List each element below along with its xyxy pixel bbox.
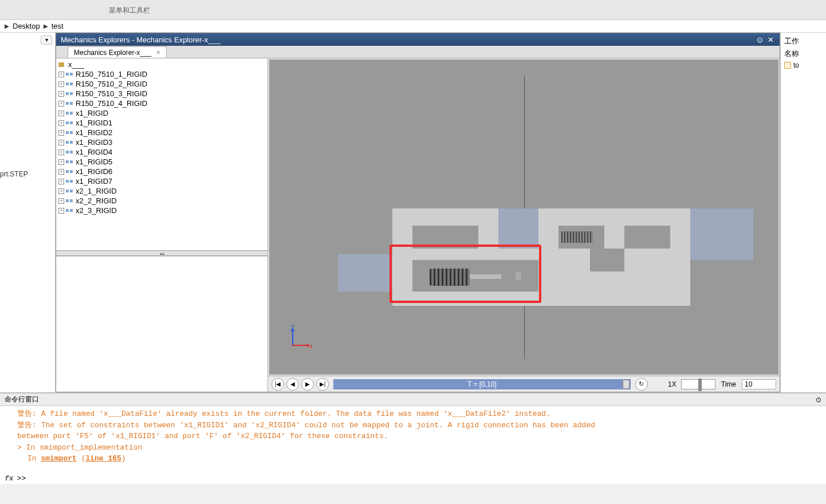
breadcrumb[interactable]: ▶ Desktop ▶ test <box>0 20 826 33</box>
speed-slider[interactable] <box>681 379 715 389</box>
smimport-link[interactable]: smimport <box>41 454 76 463</box>
viewport-column: z x |◀ ◀ ▶ ▶| T = [0,10] ↻ 1X T <box>268 58 780 392</box>
mechanism-model <box>338 208 750 306</box>
time-input[interactable] <box>742 379 776 389</box>
tree-item[interactable]: +x1_RIGID7 <box>56 176 268 186</box>
file-label[interactable]: prt.STEP <box>0 170 28 178</box>
dropdown-icon[interactable]: ▾ <box>41 36 52 45</box>
tree-item[interactable]: +R150_7510_3_RIGID <box>56 89 268 99</box>
dock-icon[interactable]: ⊙ <box>755 35 764 44</box>
step-back-button[interactable]: ◀ <box>286 378 299 391</box>
tree-item[interactable]: +x1_RIGID2 <box>56 128 268 137</box>
tree-item[interactable]: +x1_RIGID4 <box>56 147 268 157</box>
variable-icon <box>784 62 791 69</box>
step-forward-button[interactable]: ▶| <box>316 378 329 391</box>
fx-icon[interactable]: fx <box>5 474 14 483</box>
play-button[interactable]: ▶ <box>301 378 314 391</box>
loop-button[interactable]: ↻ <box>635 378 648 391</box>
line-link[interactable]: line 165 <box>85 454 121 463</box>
breadcrumb-item[interactable]: Desktop <box>13 22 40 30</box>
3d-viewport[interactable]: z x <box>269 60 778 375</box>
workspace-item[interactable]: to <box>784 61 823 69</box>
menu-toolbar-label: 菜单和工具栏 <box>109 6 150 15</box>
tree-root[interactable]: x___ <box>56 60 268 69</box>
command-prompt[interactable]: fx >> <box>0 473 826 484</box>
command-window-title[interactable]: 命令行窗口 ⊙ <box>0 393 826 406</box>
model-tree-panel: x___ +R150_7510_1_RIGID +R150_7510_2_RIG… <box>56 58 268 392</box>
tab-label: Mechanics Explorer-x___ <box>74 49 151 57</box>
tree-item[interactable]: +x1_RIGID1 <box>56 118 268 128</box>
mechanics-explorer-panel: Mechanics Explorers - Mechanics Explorer… <box>56 33 780 392</box>
command-window: 命令行窗口 ⊙ 警告: A file named 'x___DataFile' … <box>0 392 826 484</box>
playback-controls: |◀ ◀ ▶ ▶| T = [0,10] ↻ 1X Time <box>268 376 780 392</box>
current-folder-panel: ▾ prt.STEP <box>0 33 56 392</box>
tree-item[interactable]: +R150_7510_1_RIGID <box>56 69 268 79</box>
slider-thumb[interactable] <box>623 380 630 389</box>
time-label: Time <box>718 380 740 388</box>
time-slider[interactable]: T = [0,10] <box>333 379 631 389</box>
tab-mechanics-explorer[interactable]: Mechanics Explorer-x___ × <box>68 46 167 58</box>
highlight-box <box>390 245 541 303</box>
speed-label: 1X <box>650 380 679 388</box>
tree-item[interactable]: +R150_7510_2_RIGID <box>56 79 268 89</box>
skip-start-button[interactable]: |◀ <box>272 378 284 391</box>
command-output[interactable]: 警告: A file named 'x___DataFile' already … <box>0 406 826 473</box>
tree-item[interactable]: +x2_2_RIGID <box>56 196 268 206</box>
tree-item[interactable]: +R150_7510_4_RIGID <box>56 99 268 108</box>
chevron-right-icon: ▶ <box>5 23 9 29</box>
tree-item[interactable]: +x2_3_RIGID <box>56 206 268 215</box>
breadcrumb-item[interactable]: test <box>52 22 64 30</box>
tree-item[interactable]: +x2_1_RIGID <box>56 186 268 196</box>
tree-item[interactable]: +x1_RIGID3 <box>56 137 268 147</box>
close-icon[interactable]: ✕ <box>766 35 775 44</box>
explorer-title-text: Mechanics Explorers - Mechanics Explorer… <box>61 36 221 44</box>
workspace-header: 工作 <box>784 36 823 49</box>
tree-item[interactable]: +x1_RIGID5 <box>56 157 268 167</box>
close-tab-icon[interactable]: × <box>156 48 160 57</box>
explorer-titlebar[interactable]: Mechanics Explorers - Mechanics Explorer… <box>56 33 780 46</box>
tree-item[interactable]: +x1_RIGID <box>56 108 268 118</box>
model-tree[interactable]: x___ +R150_7510_1_RIGID +R150_7510_2_RIG… <box>56 58 268 250</box>
properties-panel <box>56 256 268 392</box>
tab-bar: Mechanics Explorer-x___ × <box>56 46 780 58</box>
dropdown-icon[interactable]: ⊙ <box>816 396 821 404</box>
workspace-panel: 工作 名称 to <box>780 33 826 392</box>
workspace-name-col: 名称 <box>784 49 823 61</box>
splitter-handle[interactable]: ▴▴ <box>56 250 268 256</box>
top-toolbar: 菜单和工具栏 <box>0 0 826 20</box>
chevron-right-icon: ▶ <box>44 23 48 29</box>
tree-item[interactable]: +x1_RIGID6 <box>56 167 268 176</box>
